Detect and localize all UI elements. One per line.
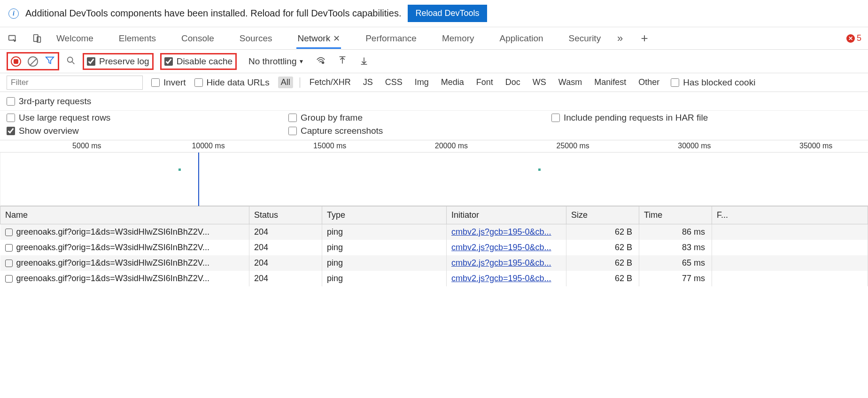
tab-application[interactable]: Application bbox=[499, 29, 544, 48]
info-bar: i Additional DevTools components have be… bbox=[0, 0, 868, 27]
disable-cache-checkbox[interactable]: Disable cache bbox=[164, 56, 232, 67]
hide-data-urls-checkbox[interactable]: Hide data URLs bbox=[194, 77, 270, 88]
time-cell: 86 ms bbox=[639, 224, 712, 240]
preserve-log-checkbox[interactable]: Preserve log bbox=[87, 56, 149, 67]
close-icon[interactable]: ✕ bbox=[333, 33, 340, 44]
highlight-preserve-log: Preserve log bbox=[83, 53, 154, 70]
timeline-label: 5000 ms bbox=[72, 142, 101, 150]
record-button[interactable] bbox=[11, 56, 21, 67]
filter-type-ws[interactable]: WS bbox=[530, 77, 549, 88]
blocked-cookies-input[interactable] bbox=[671, 78, 679, 87]
tab-console[interactable]: Console bbox=[180, 29, 215, 48]
table-row[interactable]: greenoaks.gif?orig=1&ds=W3sidHlwZSI6InBh… bbox=[0, 240, 868, 255]
add-tab-icon[interactable]: + bbox=[638, 32, 651, 45]
tab-elements[interactable]: Elements bbox=[118, 29, 157, 48]
type-cell: ping bbox=[322, 271, 447, 286]
filter-input[interactable] bbox=[7, 76, 143, 90]
filter-type-js[interactable]: JS bbox=[360, 77, 376, 88]
time-cell: 65 ms bbox=[639, 255, 712, 271]
tab-network[interactable]: Network ✕ bbox=[296, 29, 341, 48]
waterfall-cell bbox=[712, 271, 868, 286]
svg-rect-0 bbox=[9, 35, 16, 40]
initiator-link[interactable]: cmbv2.js?gcb=195-0&cb... bbox=[451, 227, 551, 237]
preserve-log-input[interactable] bbox=[87, 57, 95, 66]
reload-devtools-button[interactable]: Reload DevTools bbox=[408, 5, 487, 22]
col-status[interactable]: Status bbox=[249, 207, 322, 224]
search-icon[interactable] bbox=[66, 55, 76, 67]
include-pending-checkbox[interactable]: Include pending requests in HAR file bbox=[551, 113, 861, 123]
show-overview-checkbox[interactable]: Show overview bbox=[7, 126, 288, 136]
status-cell: 204 bbox=[249, 224, 322, 240]
filter-type-manifest[interactable]: Manifest bbox=[591, 77, 629, 88]
table-header-row: Name Status Type Initiator Size Time F..… bbox=[0, 207, 868, 224]
tab-memory[interactable]: Memory bbox=[441, 29, 475, 48]
tab-security[interactable]: Security bbox=[568, 29, 602, 48]
initiator-link[interactable]: cmbv2.js?gcb=195-0&cb... bbox=[451, 274, 551, 283]
throttling-select[interactable]: No throttling ▼ bbox=[243, 54, 309, 69]
blocked-cookies-checkbox[interactable]: Has blocked cooki bbox=[671, 77, 755, 88]
export-har-icon[interactable] bbox=[359, 55, 369, 67]
filter-type-img[interactable]: Img bbox=[412, 77, 432, 88]
error-count-value: 5 bbox=[857, 33, 861, 43]
import-har-icon[interactable] bbox=[337, 55, 348, 67]
col-size[interactable]: Size bbox=[566, 207, 639, 224]
initiator-link[interactable]: cmbv2.js?gcb=195-0&cb... bbox=[451, 243, 551, 252]
col-name[interactable]: Name bbox=[0, 207, 249, 224]
tab-sources[interactable]: Sources bbox=[239, 29, 273, 48]
status-cell: 204 bbox=[249, 271, 322, 286]
filter-type-all[interactable]: All bbox=[278, 77, 293, 88]
group-by-frame-label: Group by frame bbox=[301, 113, 363, 123]
large-rows-input[interactable] bbox=[7, 114, 15, 122]
show-overview-input[interactable] bbox=[7, 127, 15, 135]
show-overview-label: Show overview bbox=[19, 126, 79, 136]
type-cell: ping bbox=[322, 240, 447, 255]
capture-screenshots-label: Capture screenshots bbox=[301, 126, 383, 136]
group-by-frame-checkbox[interactable]: Group by frame bbox=[288, 113, 551, 123]
timeline-cursor[interactable] bbox=[198, 153, 199, 206]
timeline-label: 20000 ms bbox=[435, 142, 468, 150]
disable-cache-input[interactable] bbox=[164, 57, 173, 66]
filter-type-other[interactable]: Other bbox=[636, 77, 662, 88]
include-pending-input[interactable] bbox=[551, 114, 560, 122]
third-party-input[interactable] bbox=[7, 97, 15, 106]
table-row[interactable]: greenoaks.gif?orig=1&ds=W3sidHlwZSI6InBh… bbox=[0, 224, 868, 240]
capture-screenshots-checkbox[interactable]: Capture screenshots bbox=[288, 126, 551, 136]
device-toolbar-icon[interactable] bbox=[31, 32, 43, 45]
col-initiator[interactable]: Initiator bbox=[447, 207, 566, 224]
hide-data-urls-label: Hide data URLs bbox=[207, 77, 270, 88]
request-name: greenoaks.gif?orig=1&ds=W3sidHlwZSI6InBh… bbox=[5, 258, 245, 268]
request-name: greenoaks.gif?orig=1&ds=W3sidHlwZSI6InBh… bbox=[5, 243, 245, 253]
col-time[interactable]: Time bbox=[639, 207, 712, 224]
filter-icon[interactable] bbox=[45, 55, 55, 67]
filter-type-font[interactable]: Font bbox=[473, 77, 496, 88]
highlight-disable-cache: Disable cache bbox=[160, 53, 237, 70]
tab-welcome[interactable]: Welcome bbox=[55, 29, 94, 48]
requests-table: Name Status Type Initiator Size Time F..… bbox=[0, 206, 868, 347]
col-type[interactable]: Type bbox=[322, 207, 447, 224]
filter-type-wasm[interactable]: Wasm bbox=[556, 77, 585, 88]
tab-performance[interactable]: Performance bbox=[364, 29, 418, 48]
invert-checkbox[interactable]: Invert bbox=[151, 77, 186, 88]
timeline-overview[interactable]: 5000 ms10000 ms15000 ms20000 ms25000 ms3… bbox=[0, 140, 868, 206]
clear-button[interactable] bbox=[28, 56, 38, 67]
capture-screenshots-input[interactable] bbox=[288, 127, 297, 135]
filter-type-doc[interactable]: Doc bbox=[503, 77, 523, 88]
third-party-checkbox[interactable]: 3rd-party requests bbox=[7, 96, 91, 107]
table-row[interactable]: greenoaks.gif?orig=1&ds=W3sidHlwZSI6InBh… bbox=[0, 255, 868, 271]
size-cell: 62 B bbox=[566, 255, 639, 271]
inspect-element-icon[interactable] bbox=[7, 32, 19, 45]
initiator-link[interactable]: cmbv2.js?gcb=195-0&cb... bbox=[451, 258, 551, 268]
group-by-frame-input[interactable] bbox=[288, 114, 297, 122]
col-waterfall[interactable]: F... bbox=[712, 207, 868, 224]
table-row[interactable]: greenoaks.gif?orig=1&ds=W3sidHlwZSI6InBh… bbox=[0, 271, 868, 286]
network-conditions-icon[interactable] bbox=[316, 55, 326, 67]
timeline-tick bbox=[538, 168, 541, 171]
error-count[interactable]: ✕ 5 bbox=[846, 33, 861, 43]
filter-type-media[interactable]: Media bbox=[438, 77, 467, 88]
filter-type-css[interactable]: CSS bbox=[382, 77, 405, 88]
hide-data-urls-input[interactable] bbox=[194, 78, 203, 87]
filter-type-fetch[interactable]: Fetch/XHR bbox=[307, 77, 354, 88]
large-rows-checkbox[interactable]: Use large request rows bbox=[7, 113, 288, 123]
invert-input[interactable] bbox=[151, 78, 160, 87]
more-tabs-icon[interactable]: » bbox=[614, 32, 626, 45]
